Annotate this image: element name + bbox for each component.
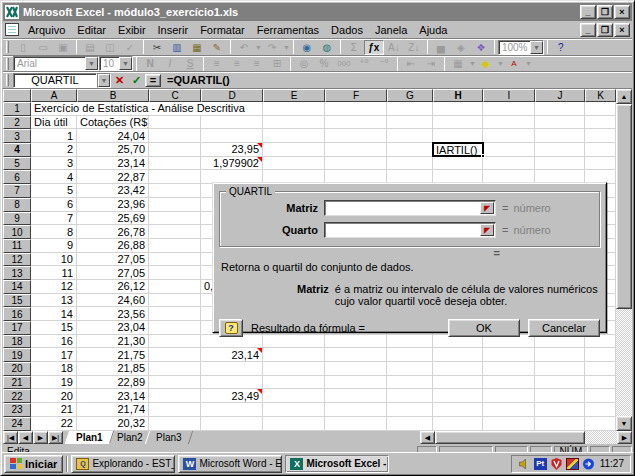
cell-cotacao[interactable]: 24,60 bbox=[77, 294, 149, 308]
cell[interactable] bbox=[585, 116, 616, 130]
cell[interactable] bbox=[387, 102, 433, 116]
cell[interactable] bbox=[483, 389, 535, 403]
borders-button[interactable]: ▦ bbox=[448, 56, 468, 71]
cell[interactable] bbox=[201, 116, 263, 130]
cell-d-value[interactable]: 1,979902 bbox=[201, 157, 263, 171]
confirm-formula-button[interactable]: ✓ bbox=[128, 73, 145, 87]
paste-function-button[interactable]: ƒx bbox=[364, 40, 384, 55]
toolbar-grip[interactable] bbox=[6, 41, 9, 53]
sheet-tab-plan3[interactable]: Plan3 bbox=[145, 431, 193, 444]
update-icon[interactable] bbox=[582, 458, 595, 470]
dialog-help-button[interactable]: ? bbox=[219, 319, 243, 337]
cell[interactable] bbox=[483, 157, 535, 171]
cell-dia-util[interactable]: 9 bbox=[31, 239, 77, 253]
cell-d-value[interactable]: 23,49 bbox=[201, 389, 263, 403]
scheduler-icon[interactable] bbox=[566, 458, 579, 470]
column-header-J[interactable]: J bbox=[535, 89, 585, 102]
cell[interactable] bbox=[263, 102, 325, 116]
menu-ajuda[interactable]: Ajuda bbox=[413, 22, 453, 38]
collapse-dialog-icon[interactable]: ◤ bbox=[480, 202, 494, 214]
cell[interactable] bbox=[149, 157, 201, 171]
cell[interactable] bbox=[585, 376, 616, 390]
cell[interactable] bbox=[585, 143, 616, 157]
increase-decimal-button[interactable]: ⁺⁰ bbox=[354, 56, 374, 71]
cell[interactable] bbox=[325, 348, 387, 362]
cell[interactable] bbox=[263, 362, 325, 376]
cell-cotacao[interactable]: 23,96 bbox=[77, 198, 149, 212]
cell-cotacao[interactable]: 23,14 bbox=[77, 389, 149, 403]
workbook-icon[interactable] bbox=[5, 23, 19, 36]
column-header-K[interactable]: K bbox=[585, 89, 616, 102]
merge-center-button[interactable]: ⊞ bbox=[267, 56, 287, 71]
cell[interactable] bbox=[483, 116, 535, 130]
cell-dia-util[interactable]: 12 bbox=[31, 280, 77, 294]
row-header-24[interactable]: 24 bbox=[3, 417, 31, 431]
cell[interactable] bbox=[325, 403, 387, 417]
row-header-12[interactable]: 12 bbox=[3, 253, 31, 267]
column-header-A[interactable]: A bbox=[31, 89, 77, 102]
cell[interactable] bbox=[535, 376, 585, 390]
row-header-1[interactable]: 1 bbox=[3, 102, 31, 116]
cell-cotacao[interactable]: 22,87 bbox=[77, 170, 149, 184]
cell-cotacao[interactable]: 24,04 bbox=[77, 129, 149, 143]
cell-b2-header[interactable]: Cotações (R$) bbox=[77, 116, 149, 130]
cell[interactable] bbox=[535, 362, 585, 376]
prev-sheet-button[interactable]: ◀ bbox=[18, 431, 33, 444]
cell[interactable] bbox=[433, 102, 483, 116]
cell[interactable] bbox=[483, 102, 535, 116]
cell[interactable] bbox=[585, 362, 616, 376]
start-button[interactable]: Iniciar bbox=[4, 455, 63, 473]
cell[interactable] bbox=[585, 102, 616, 116]
cell-d-value[interactable] bbox=[201, 129, 263, 143]
print-preview-button[interactable]: ◫ bbox=[100, 40, 120, 55]
cell[interactable] bbox=[263, 376, 325, 390]
cell[interactable] bbox=[149, 294, 201, 308]
row-header-6[interactable]: 6 bbox=[3, 170, 31, 184]
cell[interactable] bbox=[149, 170, 201, 184]
cell[interactable] bbox=[535, 417, 585, 431]
column-header-E[interactable]: E bbox=[263, 89, 325, 102]
menu-ferramentas[interactable]: Ferramentas bbox=[251, 22, 325, 38]
chevron-down-icon[interactable]: ▼ bbox=[469, 60, 476, 67]
row-header-13[interactable]: 13 bbox=[3, 266, 31, 280]
copy-button[interactable]: ▥ bbox=[167, 40, 187, 55]
row-header-23[interactable]: 23 bbox=[3, 403, 31, 417]
cell[interactable] bbox=[535, 116, 585, 130]
restore-button[interactable]: ❐ bbox=[597, 5, 613, 19]
align-left-button[interactable]: ≡ bbox=[207, 56, 227, 71]
equals-button[interactable]: = bbox=[145, 74, 161, 87]
taskbar-app-excel[interactable]: XMicrosoft Excel - mód... bbox=[285, 455, 389, 473]
redo-button[interactable]: ↷ bbox=[262, 40, 282, 55]
cell[interactable] bbox=[483, 348, 535, 362]
cell-dia-util[interactable]: 8 bbox=[31, 225, 77, 239]
cell-cotacao[interactable]: 23,56 bbox=[77, 307, 149, 321]
cell[interactable] bbox=[535, 143, 585, 157]
chart-wizard-button[interactable]: ▅ bbox=[431, 40, 451, 55]
cell-cotacao[interactable]: 22,89 bbox=[77, 376, 149, 390]
toolbar-grip[interactable] bbox=[6, 58, 9, 70]
scroll-up-icon[interactable]: ▲ bbox=[616, 89, 632, 104]
next-sheet-button[interactable]: ▶ bbox=[33, 431, 48, 444]
cell[interactable] bbox=[535, 348, 585, 362]
menu-inserir[interactable]: Inserir bbox=[152, 22, 195, 38]
cell[interactable] bbox=[263, 403, 325, 417]
decrease-decimal-button[interactable]: ⁻⁰ bbox=[374, 56, 394, 71]
cell[interactable] bbox=[387, 376, 433, 390]
column-header-G[interactable]: G bbox=[387, 89, 433, 102]
cell[interactable] bbox=[149, 403, 201, 417]
row-header-9[interactable]: 9 bbox=[3, 212, 31, 226]
close-button[interactable]: × bbox=[614, 5, 630, 19]
vertical-scrollbar[interactable]: ▲ ▼ bbox=[616, 89, 632, 431]
cancel-formula-button[interactable]: ✕ bbox=[111, 73, 128, 87]
cell-dia-util[interactable]: 19 bbox=[31, 376, 77, 390]
underline-button[interactable]: S bbox=[180, 56, 200, 71]
row-header-3[interactable]: 3 bbox=[3, 129, 31, 143]
cell[interactable] bbox=[433, 376, 483, 390]
taskbar-app-explorer[interactable]: QExplorando - EST_UNIDA... bbox=[71, 455, 175, 473]
matriz-input[interactable]: ◤ bbox=[324, 200, 496, 216]
print-button[interactable]: ▤ bbox=[80, 40, 100, 55]
help-button[interactable]: ? bbox=[551, 40, 571, 55]
cell-cotacao[interactable]: 21,74 bbox=[77, 403, 149, 417]
cell[interactable] bbox=[387, 143, 433, 157]
cell[interactable] bbox=[263, 143, 325, 157]
